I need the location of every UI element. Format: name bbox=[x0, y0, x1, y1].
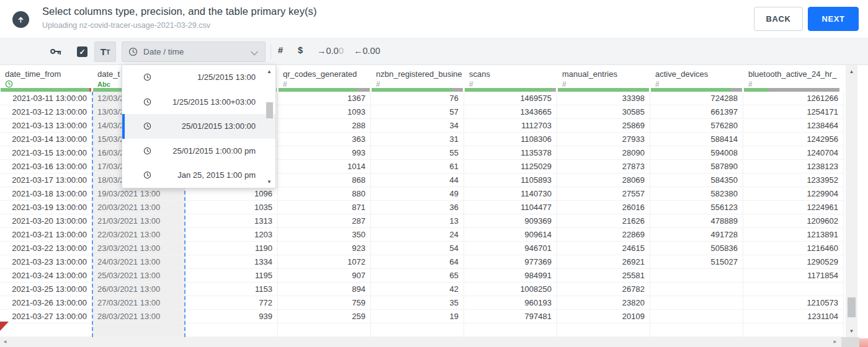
table-cell: 21626 bbox=[557, 214, 650, 227]
table-cell: 30585 bbox=[557, 105, 650, 118]
column-header-qr_codes_generated[interactable]: qr_codes_generated# bbox=[278, 65, 371, 92]
table-cell: 724288 bbox=[650, 92, 743, 105]
validity-segment-gray bbox=[769, 88, 839, 92]
datetime-format-option[interactable]: 25/01/2015 1:00:00 pm bbox=[122, 139, 275, 164]
table-cell: 2021-03-18 13:00:00 bbox=[0, 187, 92, 200]
table-cell: 584350 bbox=[650, 174, 743, 187]
table-cell: 27933 bbox=[557, 133, 650, 146]
text-type-button[interactable]: TT bbox=[94, 42, 116, 62]
datetime-format-option[interactable]: 1/25/2015 13:00 bbox=[122, 65, 275, 90]
table-row: 2021-03-19 13:00:0020/03/2021 13:0010358… bbox=[0, 201, 844, 214]
table-cell: 2021-03-17 13:00:00 bbox=[0, 174, 92, 187]
table-cell: 505836 bbox=[650, 242, 743, 255]
table-cell: 1213891 bbox=[743, 228, 844, 241]
table-cell: 1014 bbox=[278, 160, 371, 173]
table-cell: 28090 bbox=[557, 146, 650, 159]
table-cell: 42 bbox=[371, 283, 464, 296]
table-cell: 76 bbox=[371, 92, 464, 105]
table-cell: 33398 bbox=[557, 92, 650, 105]
table-cell: 1140730 bbox=[464, 187, 557, 200]
scroll-right-arrow[interactable]: ► bbox=[833, 339, 838, 345]
table-cell: 939 bbox=[186, 310, 278, 323]
validity-segment-green bbox=[372, 88, 452, 92]
vertical-scrollbar-thumb[interactable] bbox=[848, 297, 856, 317]
column-header-manual_entries[interactable]: manual_entries# bbox=[557, 65, 650, 92]
table-cell: 2021-03-11 13:00:00 bbox=[0, 92, 92, 105]
validity-segment-gray bbox=[552, 88, 556, 92]
boolean-type-checkbox[interactable]: ✓ bbox=[77, 46, 87, 57]
clock-icon bbox=[143, 147, 151, 155]
datetime-format-option[interactable]: Jan 25, 2015 1:00 pm bbox=[122, 163, 275, 188]
table-cell: 2021-03-12 13:00:00 bbox=[0, 105, 92, 118]
table-cell: 31 bbox=[371, 133, 464, 146]
table-cell: 26/03/2021 13:00 bbox=[92, 283, 186, 296]
datetime-format-option-selected[interactable]: 25/01/2015 13:00:00 bbox=[122, 114, 275, 139]
table-cell: 1343665 bbox=[464, 105, 557, 118]
table-cell: 49 bbox=[371, 187, 464, 200]
table-cell: 23/03/2021 13:00 bbox=[92, 242, 186, 255]
column-validity-bar bbox=[465, 88, 556, 92]
panel-scrollbar-thumb[interactable] bbox=[266, 102, 273, 118]
table-cell bbox=[278, 323, 371, 336]
number-type-icon[interactable]: # bbox=[278, 45, 283, 55]
table-cell: 259 bbox=[278, 310, 371, 323]
clock-icon bbox=[128, 47, 138, 56]
table-cell: 1229904 bbox=[743, 187, 844, 200]
validity-segment-green bbox=[279, 88, 357, 92]
column-header-active_devices[interactable]: active_devices# bbox=[650, 65, 743, 92]
column-header-date_time_from[interactable]: date_time_from bbox=[0, 65, 92, 92]
column-header-scans[interactable]: scans# bbox=[464, 65, 557, 92]
scroll-up-arrow[interactable]: ▲ bbox=[846, 69, 857, 74]
datetime-format-dropdown[interactable]: Date / time bbox=[122, 42, 266, 62]
table-cell bbox=[650, 310, 743, 323]
format-option-label: 1/25/2015 13:00 bbox=[197, 72, 256, 82]
table-row: 2021-03-26 13:00:0027/03/2021 13:0077275… bbox=[0, 296, 844, 310]
clock-icon bbox=[143, 98, 151, 106]
panel-scroll-up-arrow[interactable]: ▲ bbox=[267, 69, 272, 74]
panel-scroll-down-arrow[interactable]: ▼ bbox=[267, 179, 272, 185]
table-cell: 946701 bbox=[464, 242, 557, 255]
table-cell bbox=[650, 323, 743, 336]
decimal-decrease-button[interactable]: ←0.00 bbox=[354, 46, 380, 56]
table-cell: 868 bbox=[278, 174, 371, 187]
validity-segment-green bbox=[744, 88, 769, 92]
table-cell: 2021-03-25 13:00:00 bbox=[0, 283, 92, 296]
table-row: 2021-03-20 13:00:0021/03/2021 13:0013132… bbox=[0, 214, 844, 228]
next-button[interactable]: NEXT bbox=[808, 7, 859, 31]
selected-column-left-border bbox=[92, 92, 93, 337]
table-cell: 1153 bbox=[186, 283, 278, 296]
table-cell: 1072 bbox=[278, 255, 371, 268]
vertical-scrollbar[interactable]: ▲ ▼ bbox=[846, 65, 857, 337]
currency-type-icon[interactable]: $ bbox=[298, 45, 303, 55]
column-header-bluetooth_active_24_hr_[interactable]: bluetooth_active_24_hr_# bbox=[743, 65, 844, 92]
format-option-label: 25/01/2015 1:00:00 pm bbox=[172, 146, 256, 156]
scroll-down-arrow[interactable]: ▼ bbox=[846, 328, 857, 334]
horizontal-scrollbar[interactable]: ◄ ► bbox=[0, 337, 841, 347]
table-cell bbox=[650, 269, 743, 282]
table-cell: 44 bbox=[371, 174, 464, 187]
table-row: 2021-03-18 13:00:0019/03/2021 13:0010968… bbox=[0, 187, 844, 201]
table-cell: 22869 bbox=[557, 228, 650, 241]
decimal-increase-label-light: 0 bbox=[339, 46, 344, 56]
validity-segment-red bbox=[89, 88, 91, 92]
format-option-label: Jan 25, 2015 1:00 pm bbox=[177, 170, 256, 180]
clock-icon bbox=[143, 73, 151, 81]
table-cell: 1231104 bbox=[743, 310, 844, 323]
decimal-increase-button[interactable]: →0.00 bbox=[317, 46, 344, 56]
page-title: Select columns type, precision, and the … bbox=[42, 6, 317, 17]
back-button[interactable]: BACK bbox=[754, 7, 803, 31]
datetime-format-option[interactable]: 1/25/2015 13:00+03:00 bbox=[122, 90, 275, 115]
table-cell: 61 bbox=[371, 160, 464, 173]
scroll-left-arrow[interactable]: ◄ bbox=[2, 339, 7, 345]
table-cell: 1240704 bbox=[743, 146, 844, 159]
table-cell: 27557 bbox=[557, 187, 650, 200]
table-cell bbox=[650, 283, 743, 296]
column-header-nzbn_registered_busine[interactable]: nzbn_registered_busine# bbox=[371, 65, 464, 92]
table-cell: 587890 bbox=[650, 160, 743, 173]
validity-segment-green bbox=[651, 88, 731, 92]
table-cell: 28/03/2021 13:00 bbox=[92, 310, 186, 323]
decimal-increase-label: →0.0 bbox=[317, 46, 339, 56]
table-cell: 1290529 bbox=[743, 255, 844, 268]
primary-key-icon[interactable] bbox=[49, 46, 62, 59]
table-cell: 556123 bbox=[650, 201, 743, 214]
